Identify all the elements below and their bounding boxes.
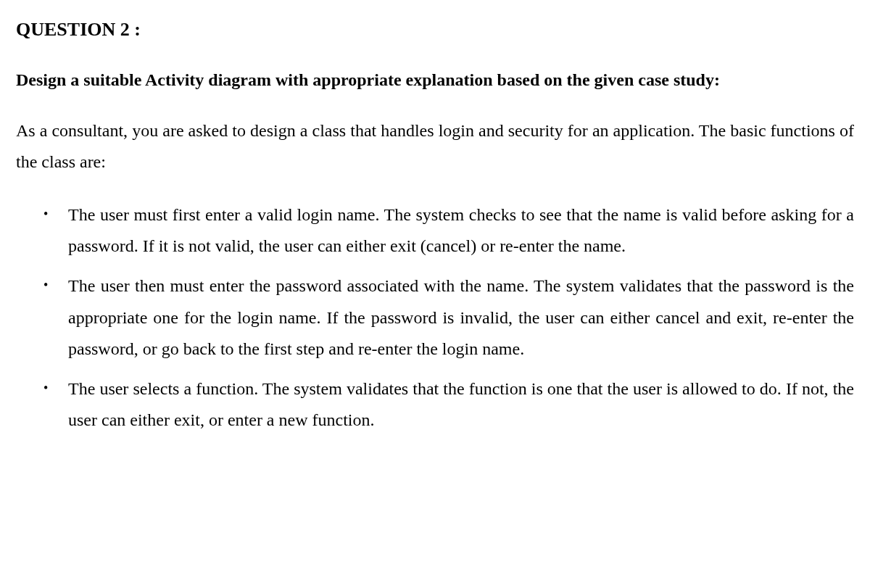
bullet-item: The user selects a function. The system … bbox=[16, 373, 854, 436]
instruction-text: Design a suitable Activity diagram with … bbox=[16, 67, 854, 94]
intro-text: As a consultant, you are asked to design… bbox=[16, 115, 854, 178]
bullet-list: The user must first enter a valid login … bbox=[16, 199, 854, 436]
question-title: QUESTION 2 : bbox=[16, 13, 854, 46]
bullet-item: The user must first enter a valid login … bbox=[16, 199, 854, 262]
bullet-item: The user then must enter the password as… bbox=[16, 270, 854, 365]
